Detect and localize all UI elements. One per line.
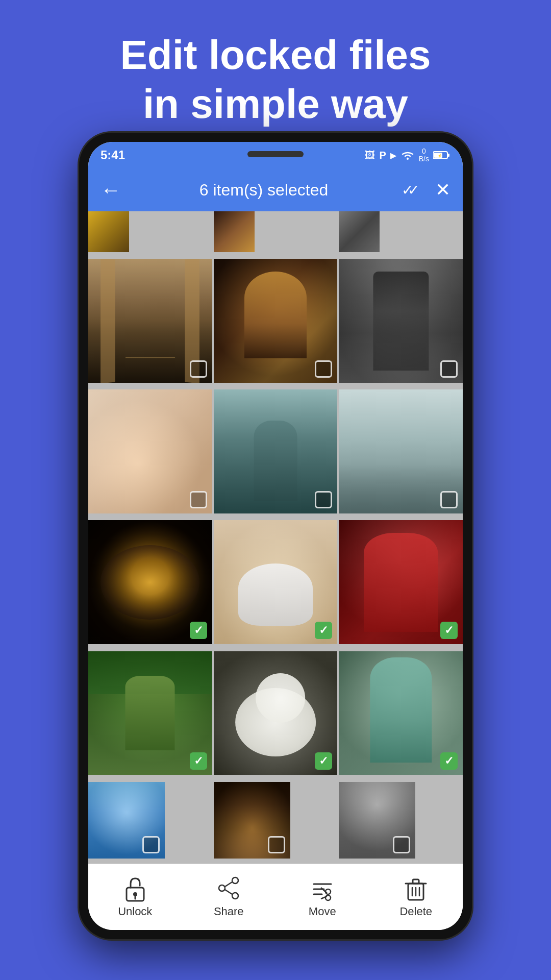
svg-point-8: [232, 877, 238, 884]
share-button[interactable]: Share: [182, 876, 276, 918]
svg-line-11: [225, 882, 232, 887]
checkbox-15[interactable]: [393, 836, 410, 853]
checkbox-5[interactable]: [315, 491, 332, 508]
svg-line-12: [225, 890, 232, 894]
svg-point-10: [219, 885, 225, 891]
phone-speaker: [247, 151, 304, 157]
unlock-button[interactable]: Unlock: [88, 876, 182, 918]
photo-cell-15[interactable]: [339, 782, 415, 859]
svg-rect-2: [447, 154, 449, 157]
delete-label: Delete: [399, 905, 432, 918]
move-label: Move: [309, 905, 336, 918]
delete-button[interactable]: Delete: [369, 876, 463, 918]
checkbox-3[interactable]: [440, 360, 458, 378]
phone-frame: 5:41 🖼 P ▶ 0 B/s: [79, 133, 472, 939]
move-icon: [311, 876, 334, 902]
photo-grid: FASHION: [88, 211, 463, 864]
unlock-label: Unlock: [118, 905, 152, 918]
photo-cell-top2[interactable]: [214, 211, 255, 252]
photo-cell-7[interactable]: ✓: [88, 520, 212, 644]
photo-cell-6[interactable]: [339, 389, 463, 513]
top-bar-actions: ✓ ✓ ✓✓ ✕: [402, 179, 450, 201]
photo-cell-13[interactable]: [88, 782, 165, 859]
close-button[interactable]: ✕: [435, 179, 450, 201]
bottom-toolbar: Unlock Share: [88, 864, 463, 930]
checkbox-11[interactable]: ✓: [315, 752, 332, 770]
checkbox-1[interactable]: [190, 360, 207, 378]
checkbox-6[interactable]: [440, 491, 458, 508]
data-speed: 0 B/s: [419, 148, 429, 163]
selection-count: 6 item(s) selected: [126, 181, 402, 200]
checkbox-2[interactable]: [315, 360, 332, 378]
photo-cell-5[interactable]: [214, 389, 338, 513]
status-time: 5:41: [101, 148, 125, 162]
play-status-icon: ▶: [390, 151, 396, 160]
checkbox-14[interactable]: [268, 836, 285, 853]
photo-cell-11[interactable]: ✓: [214, 651, 338, 775]
checkbox-7[interactable]: ✓: [190, 622, 207, 639]
share-icon: [217, 876, 240, 902]
move-button[interactable]: Move: [276, 876, 369, 918]
svg-rect-22: [413, 879, 419, 884]
wifi-icon: [400, 150, 415, 160]
photo-cell-14[interactable]: [214, 782, 290, 859]
back-button[interactable]: ←: [101, 179, 126, 202]
checkbox-8[interactable]: ✓: [315, 622, 332, 639]
checkbox-12[interactable]: ✓: [440, 752, 458, 770]
p-icon: P: [379, 150, 386, 161]
photo-cell-2[interactable]: [214, 259, 338, 383]
checkbox-10[interactable]: ✓: [190, 752, 207, 770]
hero-title: Edit locked files in simple way: [41, 31, 510, 129]
photo-cell-1[interactable]: [88, 259, 212, 383]
photo-cell-top1[interactable]: [88, 211, 129, 252]
photo-cell-10[interactable]: ✓: [88, 651, 212, 775]
checkbox-9[interactable]: ✓: [440, 622, 458, 639]
photo-cell-9[interactable]: ✓: [339, 520, 463, 644]
svg-point-9: [232, 893, 238, 899]
gallery-status-icon: 🖼: [365, 150, 375, 161]
photo-cell-12[interactable]: ✓: [339, 651, 463, 775]
select-all-button[interactable]: ✓ ✓ ✓✓: [402, 182, 425, 199]
checkbox-4[interactable]: [190, 491, 207, 508]
status-icons: 🖼 P ▶ 0 B/s ⚡: [365, 148, 450, 163]
photo-cell-3[interactable]: [339, 259, 463, 383]
phone-screen: 5:41 🖼 P ▶ 0 B/s: [88, 142, 463, 930]
unlock-icon: [123, 876, 147, 902]
hero-section: Edit locked files in simple way: [0, 0, 551, 144]
photo-cell-8[interactable]: ✓: [214, 520, 338, 644]
checkbox-13[interactable]: [142, 836, 160, 853]
battery-icon: ⚡: [433, 151, 450, 160]
svg-text:⚡: ⚡: [437, 153, 442, 158]
photo-cell-top3[interactable]: [339, 211, 380, 252]
top-bar: ← 6 item(s) selected ✓ ✓ ✓✓ ✕: [88, 168, 463, 211]
delete-icon: [404, 876, 428, 902]
photo-cell-4[interactable]: FASHION: [88, 389, 212, 513]
svg-point-0: [407, 158, 409, 160]
share-label: Share: [214, 905, 244, 918]
